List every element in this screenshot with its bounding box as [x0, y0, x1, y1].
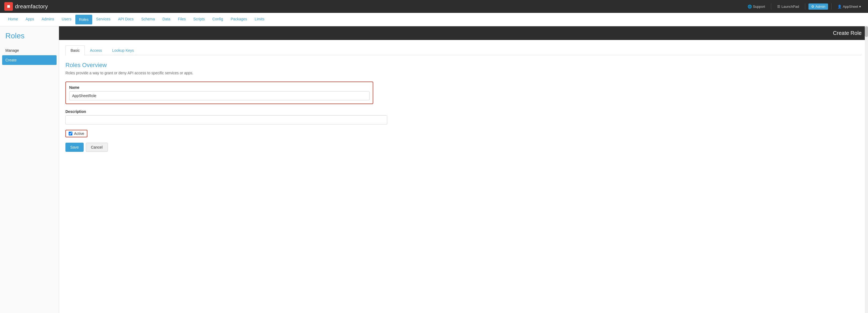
brand-logo — [4, 2, 13, 11]
save-button[interactable]: Save — [65, 143, 84, 152]
nav-item-files[interactable]: Files — [174, 13, 190, 26]
active-form-group: Active — [65, 130, 862, 137]
nav-item-api-docs[interactable]: API Docs — [114, 13, 137, 26]
nav-item-schema[interactable]: Schema — [137, 13, 158, 26]
nav-item-users[interactable]: Users — [58, 13, 75, 26]
sidebar: Roles Manage Create — [0, 26, 59, 313]
sidebar-item-create[interactable]: Create — [2, 55, 57, 65]
nav-item-config[interactable]: Config — [209, 13, 227, 26]
description-form-group: Description — [65, 109, 862, 124]
page-layout: Roles Manage Create Create Role Basic Ac… — [0, 26, 868, 313]
launchpad-icon: ☰ — [777, 5, 780, 8]
tab-basic[interactable]: Basic — [65, 45, 85, 55]
name-form-group: Name — [65, 82, 862, 104]
nav-divider-3 — [831, 3, 832, 10]
cancel-button[interactable]: Cancel — [86, 143, 108, 152]
launchpad-button[interactable]: ☰ LaunchPad — [774, 3, 802, 10]
nav-divider-1 — [771, 3, 771, 10]
nav-item-limits[interactable]: Limits — [251, 13, 269, 26]
nav-item-roles[interactable]: Roles — [75, 15, 93, 24]
user-menu-button[interactable]: 👤 AppSheet ▾ — [835, 3, 864, 10]
gear-icon: ⚙ — [811, 5, 814, 8]
scrollbar-thumb[interactable] — [865, 26, 868, 37]
nav-item-scripts[interactable]: Scripts — [190, 13, 209, 26]
tab-access[interactable]: Access — [85, 45, 107, 55]
tab-bar: Basic Access Lookup Keys — [65, 45, 862, 55]
active-outlined-box: Active — [65, 130, 87, 137]
nav-item-admins[interactable]: Admins — [38, 13, 58, 26]
nav-item-packages[interactable]: Packages — [227, 13, 251, 26]
admin-button[interactable]: ⚙ Admin — [808, 3, 828, 10]
description-label: Description — [65, 109, 862, 114]
roles-overview-title: Roles Overview — [65, 62, 862, 69]
active-checkbox[interactable] — [69, 132, 72, 135]
navbar-right: 🌐 Support ☰ LaunchPad ⚙ Admin 👤 AppSheet… — [745, 3, 864, 10]
scrollbar-track — [865, 26, 868, 313]
content-header-title: Create Role — [833, 30, 862, 36]
name-label: Name — [69, 85, 370, 90]
name-outlined-box: Name — [65, 82, 373, 104]
top-navbar: dreamfactory 🌐 Support ☰ LaunchPad ⚙ Adm… — [0, 0, 868, 13]
name-input[interactable] — [69, 91, 370, 100]
nav-item-apps[interactable]: Apps — [22, 13, 38, 26]
sidebar-title: Roles — [0, 32, 59, 45]
caret-down-icon: ▾ — [859, 5, 861, 8]
support-button[interactable]: 🌐 Support — [745, 3, 768, 10]
nav-item-services[interactable]: Services — [92, 13, 114, 26]
form-buttons: Save Cancel — [65, 143, 862, 152]
nav-divider-2 — [805, 3, 805, 10]
description-input[interactable] — [65, 115, 387, 124]
nav-item-home[interactable]: Home — [4, 13, 22, 26]
main-content: Create Role Basic Access Lookup Keys Rol… — [59, 26, 868, 313]
nav-item-data[interactable]: Data — [159, 13, 174, 26]
support-icon: 🌐 — [748, 5, 752, 8]
active-label: Active — [74, 131, 84, 136]
tab-lookup-keys[interactable]: Lookup Keys — [107, 45, 139, 55]
roles-overview-desc: Roles provide a way to grant or deny API… — [65, 71, 862, 75]
content-header: Create Role — [59, 26, 868, 40]
content-body: Basic Access Lookup Keys Roles Overview … — [59, 40, 868, 157]
main-nav: Home Apps Admins Users Roles Services AP… — [0, 13, 868, 26]
sidebar-item-manage[interactable]: Manage — [0, 45, 59, 55]
svg-rect-1 — [7, 5, 10, 8]
brand: dreamfactory — [4, 2, 48, 11]
user-icon: 👤 — [837, 5, 842, 8]
brand-name: dreamfactory — [15, 3, 48, 10]
